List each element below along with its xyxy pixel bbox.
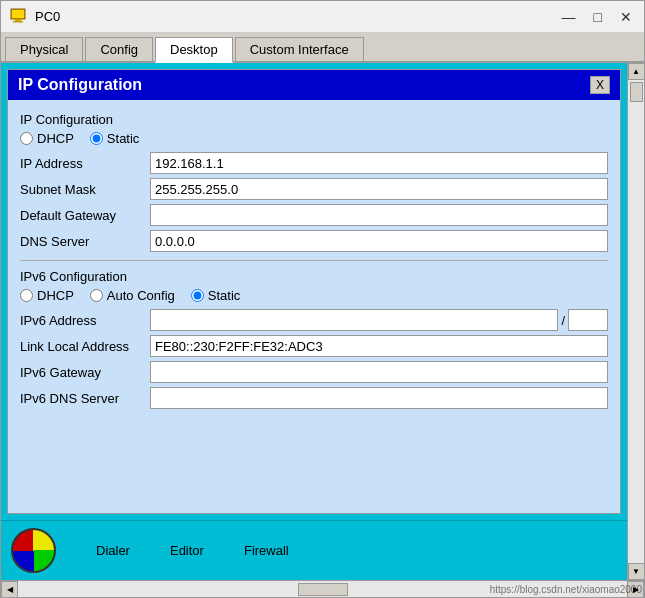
default-gateway-label: Default Gateway [20, 208, 150, 223]
tab-custom-interface[interactable]: Custom Interface [235, 37, 364, 61]
ipv6-static-label: Static [208, 288, 241, 303]
ipv6-dhcp-radio[interactable] [20, 289, 33, 302]
dialer-group[interactable]: Dialer [96, 543, 130, 558]
window-title: PC0 [35, 9, 60, 24]
tab-bar: Physical Config Desktop Custom Interface [1, 33, 644, 63]
firewall-group[interactable]: Firewall [244, 543, 289, 558]
ipv6-dns-row: IPv6 DNS Server [20, 387, 608, 409]
title-bar-left: PC0 [9, 7, 60, 27]
static-radio[interactable] [90, 132, 103, 145]
ipv6-dns-input[interactable] [150, 387, 608, 409]
ipv6-address-inputs: / [150, 309, 608, 331]
ip-mode-radio-row: DHCP Static [20, 131, 608, 146]
tab-desktop[interactable]: Desktop [155, 37, 233, 63]
dhcp-label: DHCP [37, 131, 74, 146]
ip-panel-title-bar: IP Configuration X [8, 70, 620, 100]
ipv6-prefix-input[interactable] [568, 309, 608, 331]
ip-address-input[interactable] [150, 152, 608, 174]
section-divider [20, 260, 608, 261]
ip-configuration-panel: IP Configuration X IP Configuration DHCP [7, 69, 621, 514]
ip-panel-close-button[interactable]: X [590, 76, 610, 94]
main-content: IP Configuration X IP Configuration DHCP [1, 63, 644, 597]
ipv6-static-radio[interactable] [191, 289, 204, 302]
subnet-mask-label: Subnet Mask [20, 182, 150, 197]
dns-server-label: DNS Server [20, 234, 150, 249]
ip-config-section-label: IP Configuration [20, 112, 608, 127]
ipv6-dhcp-radio-label[interactable]: DHCP [20, 288, 74, 303]
scrollable-area: IP Configuration X IP Configuration DHCP [1, 63, 627, 580]
default-gateway-input[interactable] [150, 204, 608, 226]
ipv6-address-input[interactable] [150, 309, 558, 331]
default-gateway-row: Default Gateway [20, 204, 608, 226]
vertical-scrollbar: ▲ ▼ [627, 63, 644, 580]
h-scroll-thumb[interactable] [298, 583, 348, 596]
svg-rect-2 [15, 19, 21, 21]
tab-physical[interactable]: Physical [5, 37, 83, 61]
link-local-row: Link Local Address [20, 335, 608, 357]
subnet-mask-input[interactable] [150, 178, 608, 200]
ipv6-gateway-input[interactable] [150, 361, 608, 383]
content-with-scroll: IP Configuration X IP Configuration DHCP [1, 63, 644, 580]
scroll-thumb[interactable] [630, 82, 643, 102]
title-bar: PC0 — □ ✕ [1, 1, 644, 33]
ip-panel-title-text: IP Configuration [18, 76, 142, 94]
ip-address-row: IP Address [20, 152, 608, 174]
minimize-button[interactable]: — [558, 10, 580, 24]
scroll-up-arrow[interactable]: ▲ [628, 63, 645, 80]
ipv6-auto-label: Auto Config [107, 288, 175, 303]
ipv6-address-row: IPv6 Address / [20, 309, 608, 331]
pc-icon [11, 528, 56, 573]
ipv6-slash: / [558, 313, 568, 328]
svg-rect-1 [12, 10, 24, 18]
editor-group[interactable]: Editor [170, 543, 204, 558]
main-window: PC0 — □ ✕ Physical Config Desktop Custom… [0, 0, 645, 598]
link-local-input[interactable] [150, 335, 608, 357]
dhcp-radio-label[interactable]: DHCP [20, 131, 74, 146]
ipv6-address-label: IPv6 Address [20, 313, 150, 328]
scroll-down-arrow[interactable]: ▼ [628, 563, 645, 580]
svg-rect-3 [13, 21, 23, 23]
subnet-mask-row: Subnet Mask [20, 178, 608, 200]
static-radio-label[interactable]: Static [90, 131, 140, 146]
ipv6-auto-radio[interactable] [90, 289, 103, 302]
ipv6-gateway-row: IPv6 Gateway [20, 361, 608, 383]
computer-icon [9, 7, 29, 27]
ipv6-gateway-label: IPv6 Gateway [20, 365, 150, 380]
h-scroll-left-arrow[interactable]: ◀ [1, 581, 18, 598]
tab-config[interactable]: Config [85, 37, 153, 61]
dhcp-radio[interactable] [20, 132, 33, 145]
ip-address-label: IP Address [20, 156, 150, 171]
scroll-track[interactable] [628, 80, 644, 563]
ipv6-mode-radio-row: DHCP Auto Config Static [20, 288, 608, 303]
dialer-label: Dialer [96, 543, 130, 558]
ipv6-dhcp-label: DHCP [37, 288, 74, 303]
ipv6-dns-label: IPv6 DNS Server [20, 391, 150, 406]
close-button[interactable]: ✕ [616, 10, 636, 24]
dns-server-row: DNS Server [20, 230, 608, 252]
bottom-bar: Dialer Editor Firewall [1, 520, 627, 580]
title-bar-controls: — □ ✕ [558, 10, 636, 24]
pc-icon-group [11, 528, 56, 573]
ipv6-static-radio-label[interactable]: Static [191, 288, 241, 303]
ip-panel-body: IP Configuration DHCP Static [8, 100, 620, 421]
editor-label: Editor [170, 543, 204, 558]
static-label: Static [107, 131, 140, 146]
maximize-button[interactable]: □ [590, 10, 606, 24]
watermark: https://blog.csdn.net/xiaomao2000 [490, 584, 642, 595]
link-local-label: Link Local Address [20, 339, 150, 354]
ipv6-section-label: IPv6 Configuration [20, 269, 608, 284]
ipv6-auto-radio-label[interactable]: Auto Config [90, 288, 175, 303]
firewall-label: Firewall [244, 543, 289, 558]
dns-server-input[interactable] [150, 230, 608, 252]
